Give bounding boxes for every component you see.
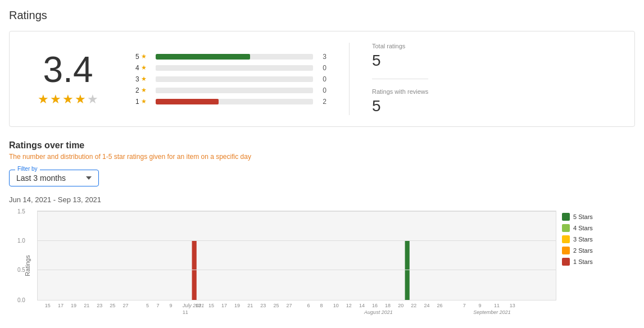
date-range: Jun 14, 2021 - Sep 13, 2021 <box>9 195 635 204</box>
bar-row-4: 4 ★ 0 <box>135 64 326 72</box>
bar-row-1: 1 ★ 2 <box>135 98 326 106</box>
bar-number-3: 3 <box>135 75 139 83</box>
legend-label-2stars: 2 Stars <box>573 247 593 254</box>
bar-track-3 <box>156 76 313 82</box>
x-tick-22: 22 <box>411 303 416 308</box>
bar-row-3: 3 ★ 0 <box>135 75 326 83</box>
ratings-summary-card: 3.4 ★ ★ ★ ★ ★ 5 ★ 3 4 ★ <box>9 31 635 127</box>
page-title: Ratings <box>9 9 635 22</box>
x-tick-5: 5 <box>146 303 149 308</box>
x-tick-14: 14 <box>359 303 365 308</box>
x-tick-9: 9 <box>170 303 173 308</box>
x-tick-26: 26 <box>437 303 442 308</box>
chevron-down-icon[interactable] <box>86 176 92 180</box>
legend-1stars: 1 Stars <box>562 258 635 266</box>
star-1: ★ <box>38 92 49 107</box>
x-tick-19b: 19 <box>234 303 240 308</box>
x-tick-15b: 15 <box>208 303 214 308</box>
x-tick-6: 6 <box>307 303 310 308</box>
ratings-with-reviews-value: 5 <box>372 97 428 115</box>
x-tick-15: 15 <box>45 303 51 308</box>
totals-section: Total ratings 5 Ratings with reviews 5 <box>349 43 428 115</box>
legend-4stars: 4 Stars <box>562 224 635 232</box>
x-tick-8: 8 <box>320 303 323 308</box>
bar-star-icon-2: ★ <box>141 86 147 94</box>
bar-label-1: 1 ★ <box>135 98 151 106</box>
bar-track-2 <box>156 88 313 93</box>
bar-label-3: 3 ★ <box>135 75 151 83</box>
x-axis-row: 15 17 19 21 23 25 27 July 2021 5 7 9 11 … <box>37 300 556 321</box>
bar-fill-1 <box>156 99 219 104</box>
bar-count-1: 2 <box>318 98 326 106</box>
bar-number-1: 1 <box>135 98 139 106</box>
legend-color-2stars <box>562 247 570 254</box>
bar-star-icon-1: ★ <box>141 98 147 105</box>
x-tick-16: 16 <box>372 303 378 308</box>
x-tick-21: 21 <box>84 303 89 308</box>
bar-fill-5 <box>156 54 250 60</box>
x-month-sep: September 2021 <box>473 309 511 315</box>
x-tick-19: 19 <box>71 303 76 308</box>
bar-row-2: 2 ★ 0 <box>135 86 326 94</box>
legend-3stars: 3 Stars <box>562 235 635 243</box>
x-tick-13: 13 <box>196 303 201 308</box>
x-tick-13sep: 13 <box>510 303 515 308</box>
bar-number-5: 5 <box>135 53 139 61</box>
x-tick-24: 24 <box>424 303 429 308</box>
bar-label-4: 4 ★ <box>135 64 151 72</box>
bar-count-5: 3 <box>318 53 326 61</box>
x-tick-9sep: 9 <box>478 303 481 308</box>
ratings-with-reviews-item: Ratings with reviews 5 <box>372 88 428 115</box>
x-tick-21b: 21 <box>247 303 253 308</box>
legend: 5 Stars 4 Stars 3 Stars 2 Stars 1 Stars <box>562 211 635 268</box>
legend-5stars: 5 Stars <box>562 213 635 221</box>
bar-count-3: 0 <box>318 75 326 83</box>
chart-svg <box>38 211 556 300</box>
y-tick-0.5: 0.5 <box>17 267 25 273</box>
big-score: 3.4 <box>43 52 93 88</box>
x-tick-17b: 17 <box>221 303 227 308</box>
bar-track-5 <box>156 54 313 60</box>
legend-color-5stars <box>562 213 570 221</box>
chart-outer: Ratings 1.5 1.0 0.5 0.0 <box>9 211 635 321</box>
x-tick-10: 10 <box>333 303 339 308</box>
legend-label-3stars: 3 Stars <box>573 236 593 243</box>
legend-2stars: 2 Stars <box>562 247 635 254</box>
ratings-with-reviews-label: Ratings with reviews <box>372 88 428 95</box>
bar-star-icon-4: ★ <box>141 64 147 71</box>
bar-count-4: 0 <box>318 64 326 72</box>
filter-box[interactable]: Filter by Last 3 months <box>9 170 99 186</box>
bar-row-5: 5 ★ 3 <box>135 53 326 61</box>
bar-star-icon-3: ★ <box>141 75 147 83</box>
x-tick-20: 20 <box>398 303 403 308</box>
chart-area: 1.5 1.0 0.5 0.0 <box>37 211 556 300</box>
bar-star-icon-5: ★ <box>141 53 147 60</box>
star-4: ★ <box>75 92 86 107</box>
x-tick-12: 12 <box>346 303 352 308</box>
legend-color-3stars <box>562 235 570 243</box>
legend-label-1stars: 1 Stars <box>573 258 593 265</box>
section-title: Ratings over time <box>9 140 635 151</box>
bar-track-1 <box>156 99 313 104</box>
filter-select-text: Last 3 months <box>16 174 81 183</box>
bar-number-4: 4 <box>135 64 139 72</box>
star-2: ★ <box>50 92 61 107</box>
y-tick-1.0: 1.0 <box>17 238 25 244</box>
x-tick-7sep: 7 <box>463 303 466 308</box>
x-tick-11: 11 <box>183 309 188 315</box>
legend-color-1stars <box>562 258 570 266</box>
total-ratings-item: Total ratings 5 <box>372 43 428 70</box>
star-5: ★ <box>87 92 98 107</box>
star-3: ★ <box>62 92 74 107</box>
x-tick-17: 17 <box>58 303 64 308</box>
bar-number-2: 2 <box>135 86 139 94</box>
section-subtitle: The number and distribution of 1-5 star … <box>9 153 635 161</box>
x-tick-18: 18 <box>385 303 391 308</box>
bar-label-2: 2 ★ <box>135 86 151 94</box>
total-ratings-value: 5 <box>372 52 428 70</box>
y-tick-1.5: 1.5 <box>17 208 25 215</box>
bar-track-4 <box>156 65 313 71</box>
filter-label: Filter by <box>15 166 40 172</box>
x-tick-11sep: 11 <box>494 303 500 308</box>
legend-color-4stars <box>562 224 570 232</box>
